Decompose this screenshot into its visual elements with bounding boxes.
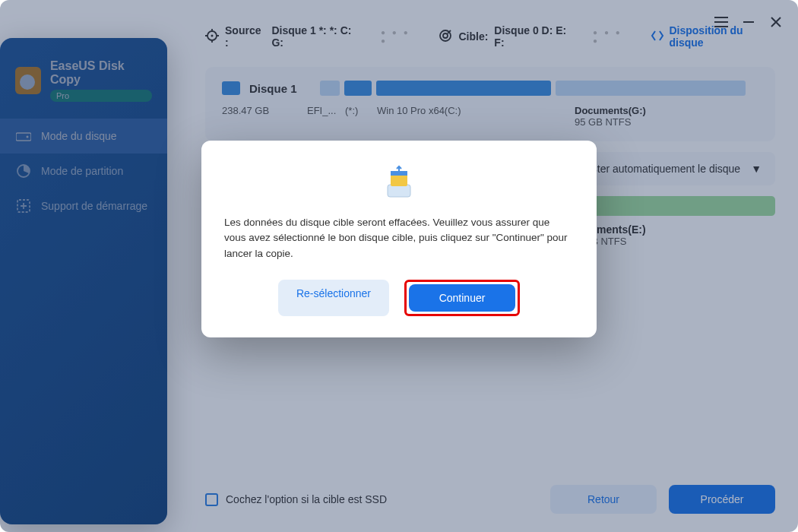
modal-message: Les données du disque cible seront effac… bbox=[224, 215, 574, 261]
confirm-modal: Les données du disque cible seront effac… bbox=[201, 141, 597, 337]
modal-buttons: Re-sélectionner Continuer bbox=[224, 280, 574, 316]
reselect-button[interactable]: Re-sélectionner bbox=[278, 280, 389, 316]
svg-rect-8 bbox=[388, 185, 410, 197]
app-window: EaseUS Disk Copy Pro Mode du disque Mode… bbox=[0, 0, 798, 532]
continue-button[interactable]: Continuer bbox=[409, 284, 515, 312]
continue-highlight: Continuer bbox=[404, 280, 520, 316]
erase-disk-icon bbox=[380, 163, 418, 201]
svg-rect-10 bbox=[391, 171, 407, 176]
